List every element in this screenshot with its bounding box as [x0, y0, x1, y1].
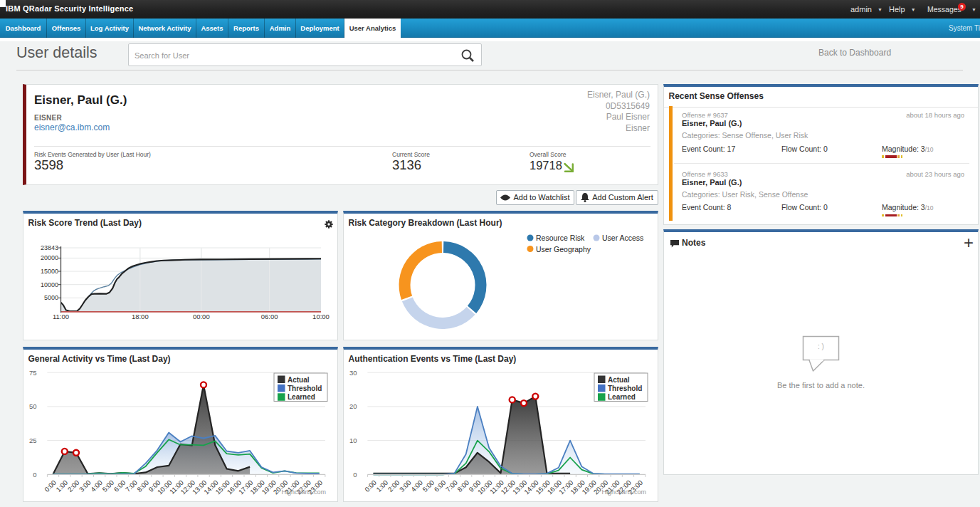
- svg-text:Highcharts.com: Highcharts.com: [601, 488, 646, 496]
- svg-text:06:00: 06:00: [261, 313, 278, 320]
- svg-text:10: 10: [349, 437, 357, 444]
- svg-text:Learned: Learned: [608, 393, 636, 401]
- svg-text:Threshold: Threshold: [608, 385, 642, 392]
- svg-text:10000: 10000: [41, 281, 58, 288]
- svg-text:75: 75: [29, 369, 37, 377]
- svg-text:Learned: Learned: [288, 393, 315, 401]
- svg-text:50: 50: [29, 402, 37, 410]
- svg-text:Threshold: Threshold: [288, 385, 322, 392]
- svg-text:20: 20: [349, 402, 357, 410]
- svg-text:23843: 23843: [41, 244, 58, 251]
- svg-text:5000: 5000: [44, 294, 58, 301]
- svg-text:25: 25: [29, 437, 37, 444]
- svg-text:0: 0: [33, 471, 36, 479]
- svg-text:11:00: 11:00: [53, 313, 69, 320]
- svg-text:: ): : ): [818, 343, 824, 350]
- svg-text:30: 30: [349, 369, 357, 377]
- svg-text:10:00: 10:00: [312, 313, 330, 320]
- svg-text:20000: 20000: [41, 254, 58, 261]
- svg-text:0: 0: [353, 471, 357, 479]
- svg-text:User Access: User Access: [602, 234, 643, 242]
- svg-text:18:00: 18:00: [132, 313, 149, 320]
- svg-text:User Geography: User Geography: [536, 245, 591, 254]
- svg-text:Highcharts.com: Highcharts.com: [281, 488, 326, 496]
- svg-text:Resource Risk: Resource Risk: [536, 234, 585, 242]
- svg-text:Actual: Actual: [608, 376, 630, 384]
- svg-text:Actual: Actual: [288, 376, 310, 384]
- svg-text:00:00: 00:00: [193, 313, 210, 320]
- svg-text:15000: 15000: [41, 268, 58, 275]
